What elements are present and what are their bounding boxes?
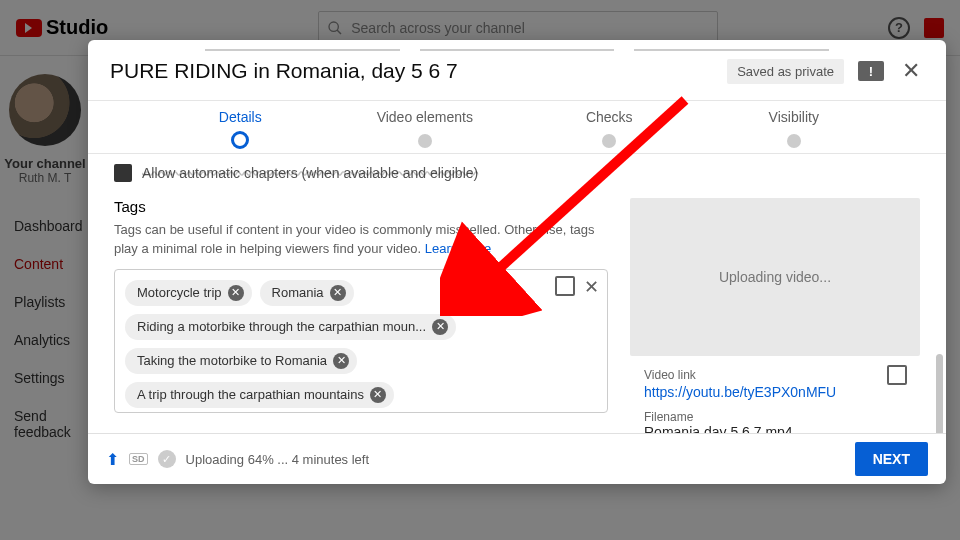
tag-chip[interactable]: A trip through the carpathian mountains✕ [125, 382, 394, 408]
remove-tag-icon[interactable]: ✕ [330, 285, 346, 301]
step-video-elements[interactable]: Video elements [333, 103, 518, 153]
step-visibility[interactable]: Visibility [702, 103, 887, 153]
feedback-icon[interactable]: ! [858, 61, 884, 81]
next-button[interactable]: NEXT [855, 442, 928, 476]
dialog-body: Allow automatic chapters (when available… [88, 154, 946, 433]
remove-tag-icon[interactable]: ✕ [228, 285, 244, 301]
upload-arrow-icon: ⬆ [106, 450, 119, 469]
tag-chip[interactable]: Riding a motorbike through the carpathia… [125, 314, 456, 340]
chapters-row: Allow automatic chapters (when available… [114, 164, 920, 182]
sd-badge: SD [129, 453, 148, 465]
scrollbar[interactable] [936, 354, 943, 433]
video-link[interactable]: https://youtu.be/tyE3PX0nMFU [644, 384, 890, 400]
preview-panel: Uploading video... Video link https://yo… [630, 198, 920, 433]
video-link-label: Video link [644, 368, 890, 382]
chapters-label: Allow automatic chapters (when available… [142, 165, 478, 181]
video-thumbnail: Uploading video... [630, 198, 920, 356]
tag-chip[interactable]: Taking the motorbike to Romania✕ [125, 348, 357, 374]
stepper: DetailsVideo elementsChecksVisibility [88, 100, 946, 154]
step-details[interactable]: Details [148, 103, 333, 153]
remove-tag-icon[interactable]: ✕ [333, 353, 349, 369]
tags-heading: Tags [114, 198, 608, 215]
clear-tags-icon[interactable]: ✕ [584, 276, 599, 298]
upload-status: Uploading 64% ... 4 minutes left [186, 452, 370, 467]
dialog-title: PURE RIDING in Romania, day 5 6 7 [110, 59, 458, 83]
dialog-footer: ⬆ SD ✓ Uploading 64% ... 4 minutes left … [88, 433, 946, 484]
filename-value: Romania day 5 6 7.mp4 [644, 424, 906, 433]
tags-description: Tags can be useful if content in your vi… [114, 221, 608, 259]
tag-chip[interactable]: Motorcycle trip✕ [125, 280, 252, 306]
check-circle-icon: ✓ [158, 450, 176, 468]
remove-tag-icon[interactable]: ✕ [432, 319, 448, 335]
learn-more-link[interactable]: Learn more [425, 241, 491, 256]
tags-input-box[interactable]: ✕ Motorcycle trip✕Romania✕Riding a motor… [114, 269, 608, 413]
copy-tags-icon[interactable] [558, 279, 574, 295]
thumb-status: Uploading video... [719, 269, 831, 285]
close-icon[interactable]: ✕ [898, 56, 924, 86]
upload-dialog: PURE RIDING in Romania, day 5 6 7 Saved … [88, 40, 946, 484]
remove-tag-icon[interactable]: ✕ [370, 387, 386, 403]
filename-label: Filename [644, 410, 906, 424]
step-checks[interactable]: Checks [517, 103, 702, 153]
save-status-chip: Saved as private [727, 59, 844, 84]
copy-link-icon[interactable] [890, 368, 906, 384]
checkbox-icon[interactable] [114, 164, 132, 182]
tag-chip[interactable]: Romania✕ [260, 280, 354, 306]
